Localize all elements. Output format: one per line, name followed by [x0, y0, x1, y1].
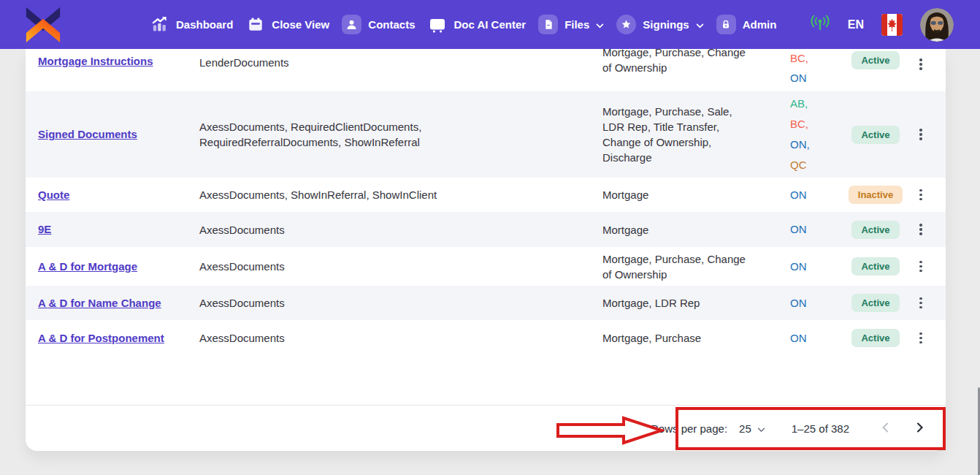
row-deal-types: Mortgage, Purchase, Change of Ownership [602, 49, 790, 75]
nav-item-signings[interactable]: Signings [616, 15, 703, 34]
status-badge: Inactive [849, 186, 903, 204]
province-label: AB, [790, 94, 843, 114]
row-actions-kebab-button[interactable] [916, 221, 925, 238]
nav-item-doc-ai-center[interactable]: Doc AI Center [427, 15, 526, 34]
row-doc-types: LenderDocuments [199, 55, 602, 70]
nav-item-label: Close View [272, 18, 329, 31]
status-badge: Active [851, 51, 899, 69]
row-deal-types: Mortgage [602, 187, 790, 202]
province-label: BC, [790, 49, 843, 68]
nav-item-label: Admin [743, 18, 777, 31]
nav-item-admin[interactable]: Admin [716, 15, 777, 34]
row-actions-kebab-button[interactable] [916, 330, 925, 347]
row-deal-types: Mortgage, LDR Rep [602, 295, 790, 311]
row-name-link[interactable]: A & D for Postponement [38, 332, 164, 344]
row-doc-types: AxessDocuments [199, 222, 602, 238]
user-avatar[interactable] [920, 8, 954, 42]
status-badge: Active [851, 294, 899, 312]
table-row: Signed Documents AxessDocuments, Require… [26, 91, 946, 178]
row-name-link[interactable]: A & D for Mortgage [38, 260, 137, 273]
board-icon [427, 15, 447, 34]
row-deal-types: Mortgage, Purchase, Change of Ownership [602, 251, 790, 282]
row-provinces: ON [790, 219, 843, 240]
row-name-link[interactable]: A & D for Name Change [38, 297, 161, 309]
province-label: ON [790, 256, 843, 277]
next-page-button[interactable] [914, 419, 927, 438]
province-label: ON [790, 219, 843, 240]
pagination-range: 1–25 of 382 [792, 422, 849, 435]
province-label: QC [790, 155, 843, 175]
status-badge: Active [851, 126, 899, 144]
nav-item-label: Contacts [368, 18, 415, 31]
chevron-down-icon [696, 18, 704, 31]
row-deal-types: Mortgage, Purchase [602, 330, 790, 346]
file-icon [538, 15, 558, 34]
row-name-link[interactable]: Mortgage Instructions [38, 55, 153, 67]
table-row: Mortgage Instructions LenderDocuments Mo… [26, 49, 946, 91]
row-doc-types: AxessDocuments [199, 295, 602, 311]
nav-item-close-view[interactable]: Close View [245, 15, 329, 34]
row-actions-kebab-button[interactable] [916, 258, 925, 276]
status-badge: Active [851, 221, 899, 239]
province-label: ON [790, 68, 843, 88]
row-doc-types: AxessDocuments, RequiredClientDocuments,… [199, 119, 602, 150]
row-actions-kebab-button[interactable] [916, 186, 925, 204]
nav-item-label: Signings [643, 18, 689, 31]
lock-icon [716, 15, 736, 34]
nav-item-dashboard[interactable]: Dashboard [150, 15, 233, 34]
top-navbar: Dashboard Close View Contacts [0, 0, 980, 49]
row-actions-kebab-button[interactable] [916, 56, 925, 73]
row-deal-types: Mortgage, Purchase, Sale, LDR Rep, Title… [602, 104, 790, 165]
chevron-down-icon [757, 422, 765, 435]
app-logo[interactable] [22, 7, 64, 43]
row-doc-types: AxessDocuments, ShowInReferral, ShowInCl… [199, 187, 602, 202]
navbar-right: EN [810, 0, 954, 49]
canada-flag-icon[interactable] [881, 14, 903, 36]
table-row: 9E AxessDocuments Mortgage ON Active [26, 212, 946, 247]
row-name-link[interactable]: Quote [38, 189, 69, 201]
chevron-down-icon [596, 18, 604, 31]
chevron-right-icon [916, 422, 924, 433]
rows-per-page-value: 25 [739, 422, 751, 435]
row-deal-types: Mortgage [602, 222, 790, 238]
nav-item-files[interactable]: Files [538, 15, 604, 34]
row-doc-types: AxessDocuments [199, 259, 602, 274]
province-label: ON [790, 185, 843, 205]
row-name-link[interactable]: 9E [38, 223, 51, 235]
broadcast-icon[interactable] [810, 14, 830, 36]
rows-per-page-label: Rows per page: [651, 422, 727, 435]
calendar-icon [245, 15, 265, 34]
row-provinces: BC,ON [790, 49, 843, 88]
row-name-link[interactable]: Signed Documents [38, 128, 137, 140]
primary-navigation: Dashboard Close View Contacts [150, 0, 776, 49]
row-provinces: ON [790, 328, 843, 349]
chevron-left-icon [881, 422, 889, 433]
person-icon [342, 15, 361, 34]
row-provinces: ON [790, 185, 843, 205]
page-background: Mortgage Instructions LenderDocuments Mo… [0, 49, 980, 475]
province-label: ON, [790, 134, 843, 155]
nav-item-label: Files [564, 18, 589, 31]
table-row: Quote AxessDocuments, ShowInReferral, Sh… [26, 178, 946, 212]
status-badge: Active [851, 257, 899, 276]
table-row: A & D for Name Change AxessDocuments Mor… [26, 286, 946, 320]
previous-page-button[interactable] [878, 419, 892, 438]
nav-item-label: Dashboard [176, 18, 233, 31]
row-provinces: ON [790, 293, 843, 314]
row-actions-kebab-button[interactable] [916, 294, 925, 312]
rows-per-page-select[interactable]: 25 [739, 422, 765, 435]
language-switcher[interactable]: EN [848, 18, 864, 31]
province-label: ON [790, 293, 843, 314]
province-label: ON [790, 328, 843, 349]
province-label: BC, [790, 114, 843, 134]
row-actions-kebab-button[interactable] [916, 126, 925, 143]
chart-icon [150, 15, 169, 34]
status-badge: Active [851, 329, 899, 347]
pagination-bar: Rows per page: 25 1–25 of 382 [26, 405, 946, 451]
row-provinces: ON [790, 256, 843, 277]
nav-item-contacts[interactable]: Contacts [342, 15, 415, 34]
star-icon [616, 15, 636, 34]
table-body: Mortgage Instructions LenderDocuments Mo… [26, 49, 946, 356]
table-row: A & D for Postponement AxessDocuments Mo… [26, 320, 946, 356]
row-provinces: AB,BC,ON,QC [790, 94, 843, 175]
